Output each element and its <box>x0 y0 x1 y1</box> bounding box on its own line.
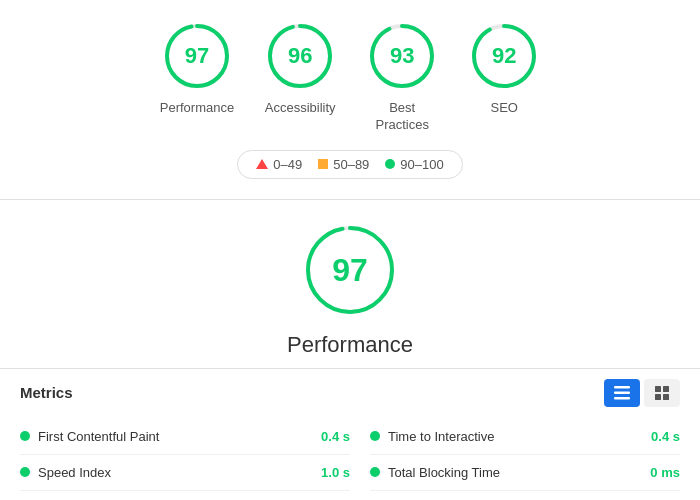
legend-icon-mid <box>318 159 328 169</box>
metric-name-tti: Time to Interactive <box>388 429 643 444</box>
metrics-grid: First Contentful Paint 0.4 s Speed Index… <box>20 419 680 500</box>
legend-icon-high <box>385 159 395 169</box>
top-section: 97 Performance 96 Accessibility 93 <box>0 0 700 200</box>
metric-dot-si <box>20 467 30 477</box>
metric-dot-tbt <box>370 467 380 477</box>
svg-rect-14 <box>663 386 669 392</box>
metric-value-tbt: 0 ms <box>650 465 680 480</box>
metrics-header: Metrics <box>20 379 680 407</box>
metric-value-si: 1.0 s <box>321 465 350 480</box>
circle-performance: 97 <box>161 20 233 92</box>
score-value-seo: 92 <box>492 43 516 69</box>
circle-accessibility: 96 <box>264 20 336 92</box>
score-label-performance: Performance <box>160 100 234 117</box>
score-value-accessibility: 96 <box>288 43 312 69</box>
score-circles: 97 Performance 96 Accessibility 93 <box>0 20 700 134</box>
metrics-right-col: Time to Interactive 0.4 s Total Blocking… <box>350 419 680 500</box>
main-score-value: 97 <box>332 251 368 288</box>
score-value-performance: 97 <box>185 43 209 69</box>
main-section: 97 Performance <box>0 200 700 369</box>
score-label-seo: SEO <box>490 100 517 117</box>
legend-item-high: 90–100 <box>385 157 443 172</box>
svg-rect-13 <box>655 386 661 392</box>
metrics-title: Metrics <box>20 384 73 401</box>
metric-row-fcp: First Contentful Paint 0.4 s <box>20 419 350 455</box>
svg-rect-10 <box>614 386 630 389</box>
metric-name-tbt: Total Blocking Time <box>388 465 642 480</box>
svg-rect-11 <box>614 391 630 394</box>
legend-item-low: 0–49 <box>256 157 302 172</box>
view-toggle <box>604 379 680 407</box>
score-item-seo: 92 SEO <box>468 20 540 134</box>
score-item-best-practices: 93 BestPractices <box>366 20 438 134</box>
metric-row-lcp: Largest Contentful Paint 0.4 s <box>20 491 350 500</box>
svg-rect-12 <box>614 397 630 400</box>
svg-rect-16 <box>663 394 669 400</box>
legend-icon-low <box>256 159 268 169</box>
metric-row-tbt: Total Blocking Time 0 ms <box>370 455 680 491</box>
metric-row-tti: Time to Interactive 0.4 s <box>370 419 680 455</box>
metric-name-fcp: First Contentful Paint <box>38 429 313 444</box>
circle-seo: 92 <box>468 20 540 92</box>
metrics-left-col: First Contentful Paint 0.4 s Speed Index… <box>20 419 350 500</box>
legend-label-high: 90–100 <box>400 157 443 172</box>
metric-value-fcp: 0.4 s <box>321 429 350 444</box>
metric-dot-fcp <box>20 431 30 441</box>
main-circle: 97 <box>300 220 400 320</box>
legend-item-mid: 50–89 <box>318 157 369 172</box>
score-item-performance: 97 Performance <box>160 20 234 134</box>
metric-name-si: Speed Index <box>38 465 313 480</box>
svg-rect-15 <box>655 394 661 400</box>
toggle-grid-button[interactable] <box>644 379 680 407</box>
metric-dot-tti <box>370 431 380 441</box>
toggle-list-button[interactable] <box>604 379 640 407</box>
score-item-accessibility: 96 Accessibility <box>264 20 336 134</box>
metrics-section: Metrics <box>0 369 700 500</box>
legend-label-low: 0–49 <box>273 157 302 172</box>
score-label-accessibility: Accessibility <box>265 100 336 117</box>
metric-row-si: Speed Index 1.0 s <box>20 455 350 491</box>
legend-label-mid: 50–89 <box>333 157 369 172</box>
circle-best-practices: 93 <box>366 20 438 92</box>
metric-row-cls: Cumulative Layout Shift 0.124 <box>370 491 680 500</box>
main-score-title: Performance <box>0 332 700 358</box>
score-label-best-practices: BestPractices <box>375 100 428 134</box>
score-value-best-practices: 93 <box>390 43 414 69</box>
legend: 0–49 50–89 90–100 <box>237 150 462 179</box>
metric-value-tti: 0.4 s <box>651 429 680 444</box>
